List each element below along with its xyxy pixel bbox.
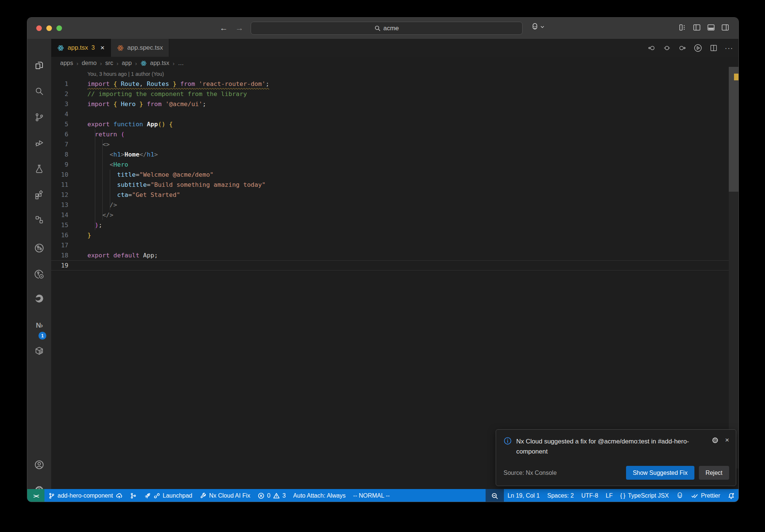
line-number[interactable]: 2 [51, 89, 68, 99]
eol-item[interactable]: LF [602, 489, 616, 502]
code-line[interactable]: 11 subtitle="Build something amazing tod… [51, 180, 739, 190]
nav-location-icon[interactable] [663, 44, 671, 52]
auto-attach-item[interactable]: Auto Attach: Always [289, 489, 350, 502]
toggle-primary-sidebar-icon[interactable] [693, 23, 701, 32]
customize-layout-icon[interactable] [678, 23, 687, 32]
code-line[interactable]: 13 /> [51, 200, 739, 210]
explorer-icon[interactable] [34, 60, 45, 71]
nav-location-forward-icon[interactable] [678, 44, 687, 52]
accounts-icon[interactable] [34, 459, 45, 470]
language-mode-item[interactable]: { } TypeScript JSX [616, 489, 672, 502]
toggle-panel-icon[interactable] [707, 23, 715, 32]
editor-scrollbar-thumb[interactable] [729, 67, 739, 192]
editor-scrollbar-track[interactable] [729, 192, 739, 468]
close-tab-icon[interactable]: × [100, 44, 105, 52]
cursor-position-item[interactable]: Ln 19, Col 1 [504, 489, 543, 502]
code-line[interactable]: 14 </> [51, 210, 739, 220]
code-line[interactable]: 19 [51, 260, 739, 270]
edge-devtools-icon[interactable] [34, 293, 45, 304]
encoding-item[interactable]: UTF-8 [577, 489, 602, 502]
vim-mode-item[interactable]: -- NORMAL -- [349, 489, 393, 502]
close-window-button[interactable] [36, 25, 42, 31]
containers-icon[interactable] [34, 345, 45, 356]
notification-settings-gear-icon[interactable] [711, 436, 719, 444]
source-control-icon[interactable] [34, 112, 45, 123]
tab-app-spec-tsx[interactable]: app.spec.tsx [111, 39, 169, 57]
search-icon[interactable] [34, 86, 45, 97]
breadcrumb-item[interactable]: demo [82, 60, 97, 66]
code-line[interactable]: 10 title="Welcmoe @acme/demo" [51, 170, 739, 180]
line-number[interactable]: 8 [51, 149, 68, 160]
notifications-bell-item[interactable] [724, 489, 738, 502]
minimize-window-button[interactable] [46, 25, 52, 31]
split-editor-icon[interactable] [709, 44, 718, 52]
git-blame-codelens[interactable]: You, 3 hours ago | 1 author (You) [87, 71, 164, 77]
code-line[interactable]: 6 return ( [51, 129, 739, 139]
code-line[interactable]: 17 [51, 240, 739, 250]
code-line[interactable]: 3import { Hero } from '@acme/ui'; [51, 99, 739, 109]
line-number[interactable]: 17 [51, 240, 68, 250]
breadcrumb-item[interactable]: src [105, 60, 113, 66]
reject-button[interactable]: Reject [699, 466, 729, 480]
line-number[interactable]: 11 [51, 180, 68, 190]
line-number[interactable]: 9 [51, 160, 68, 170]
line-number[interactable]: 16 [51, 230, 68, 240]
zoom-indicator-item[interactable] [486, 489, 504, 502]
close-notification-icon[interactable]: × [725, 436, 729, 444]
line-number[interactable]: 3 [51, 99, 68, 109]
show-suggested-fix-button[interactable]: Show Suggested Fix [626, 466, 694, 480]
code-line[interactable]: 15 ); [51, 220, 739, 230]
launchpad-item[interactable]: Launchpad [140, 489, 196, 502]
problems-item[interactable]: 0 3 [254, 489, 289, 502]
git-graph-status-item[interactable] [126, 489, 140, 502]
code-line[interactable]: 12 cta="Get Started" [51, 190, 739, 200]
breadcrumb-symbol[interactable]: … [178, 60, 184, 66]
history-back-icon[interactable]: ← [220, 23, 228, 33]
code-editor[interactable]: 1import { Route, Routes } from 'react-ro… [51, 79, 739, 270]
gitlens-icon[interactable] [34, 269, 45, 280]
line-number[interactable]: 7 [51, 139, 68, 149]
line-number[interactable]: 15 [51, 220, 68, 230]
maximize-window-button[interactable] [56, 25, 62, 31]
code-line[interactable]: 18export default App; [51, 250, 739, 260]
tab-app-tsx[interactable]: app.tsx 3 × [51, 39, 111, 57]
nx-console-icon[interactable]: N› [34, 320, 45, 331]
history-forward-icon[interactable]: → [235, 23, 244, 33]
line-number[interactable]: 6 [51, 129, 68, 139]
more-actions-icon[interactable]: ··· [725, 44, 733, 52]
copilot-menu[interactable] [531, 23, 545, 31]
nx-cloud-ai-fix-item[interactable]: Nx Cloud AI Fix [196, 489, 254, 502]
breadcrumb-item[interactable]: apps [60, 60, 73, 66]
line-number[interactable]: 19 [51, 260, 68, 270]
code-line[interactable]: 8 <h1>Home</h1> [51, 149, 739, 160]
code-line[interactable]: 7 <> [51, 139, 739, 149]
line-number[interactable]: 4 [51, 109, 68, 119]
code-line[interactable]: 4 [51, 109, 739, 119]
line-number[interactable]: 10 [51, 170, 68, 180]
line-number[interactable]: 12 [51, 190, 68, 200]
code-line[interactable]: 16} [51, 230, 739, 240]
line-number[interactable]: 1 [51, 79, 68, 89]
code-line[interactable]: 1import { Route, Routes } from 'react-ro… [51, 79, 739, 89]
code-line[interactable]: 5export function App() { [51, 119, 739, 129]
testing-icon[interactable] [34, 163, 45, 174]
remote-indicator[interactable]: >< [27, 489, 44, 502]
line-number[interactable]: 13 [51, 200, 68, 210]
git-graph-icon[interactable] [34, 242, 45, 254]
command-center-search[interactable]: acme [251, 22, 523, 35]
toggle-secondary-sidebar-icon[interactable] [721, 23, 730, 32]
code-line[interactable]: 2// importing the component from the lib… [51, 89, 739, 99]
run-debug-icon[interactable] [34, 137, 45, 148]
extensions-icon[interactable] [34, 189, 45, 200]
project-graph-icon[interactable] [34, 214, 45, 225]
nav-location-back-icon[interactable] [647, 44, 656, 52]
line-number[interactable]: 14 [51, 210, 68, 220]
copilot-status-item[interactable] [672, 489, 687, 502]
code-line[interactable]: 9 <Hero [51, 160, 739, 170]
prettier-item[interactable]: Prettier [687, 489, 724, 502]
indentation-item[interactable]: Spaces: 2 [543, 489, 577, 502]
line-number[interactable]: 18 [51, 250, 68, 260]
line-number[interactable]: 5 [51, 119, 68, 129]
breadcrumb-file[interactable]: app.tsx [150, 60, 170, 66]
run-file-icon[interactable] [693, 43, 703, 53]
